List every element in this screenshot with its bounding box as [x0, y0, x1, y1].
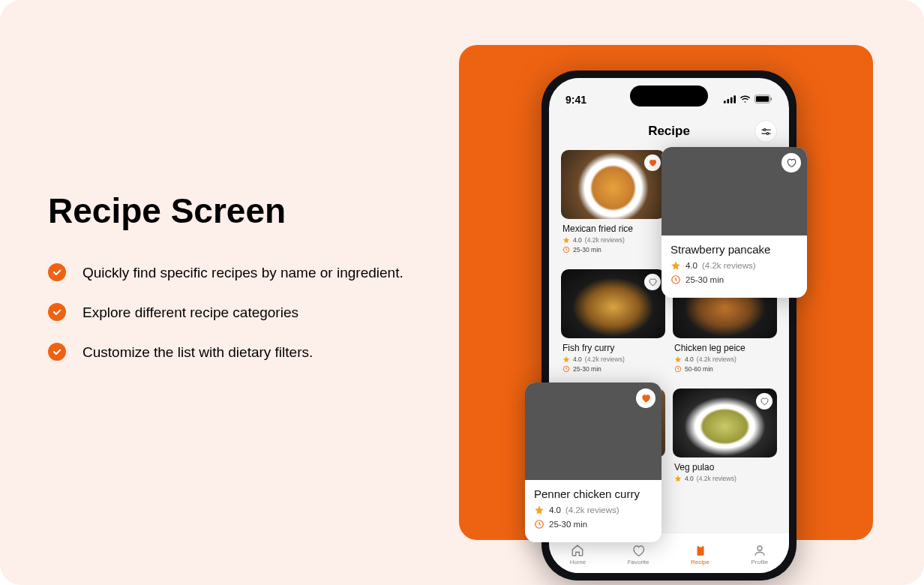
clock-icon	[562, 365, 570, 373]
svg-point-10	[766, 132, 769, 134]
recipe-card-popout[interactable]: Strawberry pancake 4.0(4.2k reviews) 25-…	[662, 147, 807, 298]
recipe-image	[662, 147, 807, 236]
rating-row: 4.0(4.2k reviews)	[562, 356, 664, 363]
app-header: Recipe	[549, 111, 789, 150]
clipboard-icon	[694, 544, 707, 557]
heart-icon	[648, 278, 657, 286]
battery-icon	[754, 94, 772, 106]
feature-item: Quickly find specific recipes by name or…	[48, 262, 423, 284]
recipe-card[interactable]: Fish fry curry 4.0(4.2k reviews) 25-30 m…	[561, 269, 665, 381]
heart-icon	[760, 397, 769, 406]
recipe-title: Strawberry pancake	[670, 243, 798, 256]
dynamic-island	[630, 86, 708, 106]
nav-home[interactable]: Home	[570, 544, 586, 566]
recipe-title: Veg pulao	[674, 462, 776, 472]
favorite-button[interactable]	[756, 393, 772, 410]
feature-text: Explore different recipe categories	[82, 302, 298, 323]
time-row: 25-30 min	[534, 519, 652, 530]
user-icon	[753, 544, 766, 557]
home-icon	[571, 544, 584, 557]
rating-row: 4.0(4.2k reviews)	[562, 236, 664, 244]
clock-icon	[670, 274, 681, 285]
feature-list: Quickly find specific recipes by name or…	[48, 262, 423, 364]
recipe-card-popout[interactable]: Penner chicken curry 4.0(4.2k reviews) 2…	[525, 382, 662, 542]
clock-icon	[562, 246, 570, 254]
star-icon	[562, 236, 570, 244]
recipe-image	[673, 388, 777, 458]
recipe-title: Fish fry curry	[562, 343, 664, 353]
star-icon	[562, 356, 570, 363]
recipe-image	[525, 382, 662, 480]
svg-rect-17	[698, 545, 702, 548]
heart-icon	[632, 544, 645, 557]
svg-rect-2	[730, 98, 733, 104]
star-icon	[674, 475, 682, 482]
wifi-icon	[740, 94, 751, 106]
check-icon	[48, 303, 66, 321]
time-row: 25-30 min	[670, 274, 798, 285]
check-icon	[48, 263, 66, 281]
rating-row: 4.0(4.2k reviews)	[674, 356, 776, 363]
filter-button[interactable]	[754, 120, 777, 142]
svg-rect-16	[697, 546, 704, 556]
check-icon	[48, 343, 66, 361]
rating-row: 4.0(4.2k reviews)	[674, 475, 776, 482]
star-icon	[534, 505, 544, 515]
heart-icon	[648, 158, 657, 167]
recipe-card[interactable]: Veg pulao 4.0(4.2k reviews)	[673, 388, 777, 500]
feature-text: Customize the list with dietary filters.	[82, 341, 313, 363]
favorite-button[interactable]	[644, 154, 661, 171]
heart-icon	[786, 158, 796, 168]
time-row: 50-60 min	[674, 365, 776, 373]
svg-rect-6	[771, 98, 772, 100]
time-row: 25-30 min	[562, 365, 664, 373]
svg-rect-1	[727, 99, 729, 104]
favorite-button[interactable]	[644, 274, 661, 290]
favorite-button[interactable]	[636, 388, 656, 408]
nav-recipe[interactable]: Recipe	[691, 544, 710, 566]
rating-row: 4.0(4.2k reviews)	[670, 260, 798, 271]
sliders-icon	[760, 126, 772, 137]
clock-icon	[674, 365, 682, 373]
svg-point-18	[758, 546, 762, 550]
recipe-image	[561, 269, 665, 338]
page-title: Recipe Screen	[48, 192, 423, 230]
nav-favorite[interactable]: Favorite	[628, 544, 650, 566]
svg-rect-0	[724, 100, 726, 104]
status-time: 9:41	[566, 94, 586, 106]
feature-item: Customize the list with dietary filters.	[48, 341, 423, 363]
recipe-title: Chicken leg peice	[674, 343, 776, 353]
recipe-image	[561, 150, 665, 219]
svg-point-9	[764, 128, 766, 130]
time-row: 25-30 min	[562, 246, 664, 254]
svg-rect-5	[756, 96, 769, 102]
star-icon	[670, 260, 681, 271]
nav-profile[interactable]: Profile	[752, 544, 769, 566]
recipe-title: Penner chicken curry	[534, 488, 652, 500]
rating-row: 4.0(4.2k reviews)	[534, 505, 652, 515]
feature-text: Quickly find specific recipes by name or…	[82, 262, 404, 284]
clock-icon	[534, 519, 544, 530]
feature-item: Explore different recipe categories	[48, 302, 423, 323]
favorite-button[interactable]	[782, 153, 801, 172]
svg-rect-3	[734, 95, 736, 104]
star-icon	[674, 356, 682, 363]
screen-title: Recipe	[648, 124, 690, 139]
recipe-title: Mexican fried rice	[562, 224, 664, 234]
signal-icon	[724, 94, 736, 106]
recipe-card[interactable]: Mexican fried rice 4.0(4.2k reviews) 25-…	[561, 150, 665, 262]
heart-icon	[640, 393, 651, 404]
